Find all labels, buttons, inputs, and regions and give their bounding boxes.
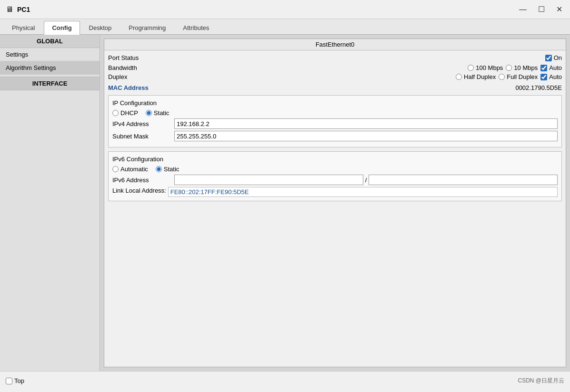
tab-programming[interactable]: Programming	[120, 21, 174, 34]
top-checkbox[interactable]	[6, 378, 12, 384]
bandwidth-auto-checkbox[interactable]	[540, 65, 547, 71]
bandwidth-label: Bandwidth	[108, 64, 165, 71]
duplex-auto-label[interactable]: Auto	[540, 73, 562, 80]
bandwidth-10mbps-radio[interactable]	[506, 65, 512, 71]
tab-physical[interactable]: Physical	[4, 21, 43, 34]
duplex-row: Duplex Half Duplex Full Duplex Auto	[108, 73, 562, 80]
bandwidth-100mbps-radio[interactable]	[468, 65, 474, 71]
maximize-button[interactable]: ☐	[536, 5, 547, 14]
ip-dhcp-radio[interactable]	[112, 110, 119, 116]
ipv6-config-section: IPv6 Configuration Automatic Static IPv6…	[108, 151, 562, 201]
title-bar: 🖥 PC1 — ☐ ✕	[0, 0, 570, 19]
subnet-mask-input[interactable]	[174, 131, 558, 141]
ipv6-address-label: IPv6 Address	[112, 176, 174, 184]
bandwidth-controls: 100 Mbps 10 Mbps Auto	[468, 64, 562, 71]
sidebar-interface-header: INTERFACE	[0, 77, 100, 90]
ipv6-config-title: IPv6 Configuration	[112, 156, 558, 163]
ip-dhcp-label[interactable]: DHCP	[112, 109, 138, 117]
ip-config-section: IP Configuration DHCP Static IPv4 Addres…	[108, 95, 562, 147]
duplex-full-radio[interactable]	[499, 74, 505, 80]
ip-config-title: IP Configuration	[112, 99, 558, 107]
ipv6-automatic-radio[interactable]	[112, 166, 119, 172]
minimize-button[interactable]: —	[517, 5, 529, 14]
ipv6-address-row: IPv6 Address /	[112, 175, 558, 185]
link-local-label: Link Local Address:	[112, 187, 168, 194]
top-label: Top	[14, 377, 24, 384]
ipv6-address-input-group: /	[174, 175, 558, 185]
app-icon: 🖥	[6, 5, 13, 14]
duplex-controls: Half Duplex Full Duplex Auto	[456, 73, 562, 80]
ipv4-address-input[interactable]	[174, 118, 558, 129]
sidebar-item-algorithm-settings[interactable]: Algorithm Settings	[0, 61, 100, 75]
interface-panel: FastEthernet0 Port Status On Bandwidth	[104, 39, 566, 367]
bottom-left: Top	[6, 377, 24, 384]
main-content: GLOBAL Settings Algorithm Settings INTER…	[0, 35, 570, 371]
port-status-row: Port Status On	[108, 54, 562, 61]
duplex-label: Duplex	[108, 73, 165, 80]
ip-static-label[interactable]: Static	[146, 109, 170, 117]
port-status-controls: On	[545, 54, 562, 61]
window-title: PC1	[17, 6, 30, 13]
link-local-row: Link Local Address: FE80::202:17FF:FE90:…	[112, 187, 558, 197]
ipv6-address-input[interactable]	[174, 175, 363, 185]
subnet-mask-label: Subnet Mask	[112, 133, 174, 140]
port-status-checkbox[interactable]	[545, 55, 552, 61]
tab-attributes[interactable]: Attributes	[175, 21, 217, 34]
ipv6-static-label[interactable]: Static	[156, 166, 180, 173]
bandwidth-row: Bandwidth 100 Mbps 10 Mbps Auto	[108, 64, 562, 71]
bandwidth-100mbps-label[interactable]: 100 Mbps	[468, 64, 503, 71]
panel-body: Port Status On Bandwidth 100 Mbp	[104, 50, 566, 367]
sidebar: GLOBAL Settings Algorithm Settings INTER…	[0, 35, 100, 371]
duplex-auto-checkbox[interactable]	[540, 74, 547, 80]
ipv6-automatic-label[interactable]: Automatic	[112, 166, 148, 173]
close-button[interactable]: ✕	[554, 5, 564, 14]
mac-address-label: MAC Address	[108, 84, 149, 91]
panel-title: FastEthernet0	[104, 39, 566, 50]
duplex-half-radio[interactable]	[456, 74, 462, 80]
duplex-half-label[interactable]: Half Duplex	[456, 73, 496, 80]
ip-config-radio-row: DHCP Static	[112, 109, 558, 117]
mac-address-row: MAC Address 0002.1790.5D5E	[108, 84, 562, 91]
bottom-bar: Top CSDN @日星月云	[0, 371, 570, 390]
ipv4-address-row: IPv4 Address	[112, 118, 558, 129]
subnet-mask-row: Subnet Mask	[112, 131, 558, 141]
sidebar-item-settings[interactable]: Settings	[0, 48, 100, 61]
ip-static-radio[interactable]	[146, 110, 152, 116]
tab-bar: Physical Config Desktop Programming Attr…	[0, 19, 570, 35]
duplex-full-label[interactable]: Full Duplex	[499, 73, 538, 80]
ipv6-slash: /	[363, 176, 369, 184]
watermark: CSDN @日星月云	[518, 377, 564, 385]
link-local-value: FE80::202:17FF:FE90:5D5E	[168, 187, 558, 197]
port-status-label: Port Status	[108, 54, 165, 61]
bandwidth-auto-label[interactable]: Auto	[540, 64, 562, 71]
ipv6-prefix-input[interactable]	[369, 175, 558, 185]
sidebar-global-header: GLOBAL	[0, 35, 100, 48]
window-controls: — ☐ ✕	[517, 5, 564, 14]
ipv6-static-radio[interactable]	[156, 166, 162, 172]
ipv6-config-radio-row: Automatic Static	[112, 166, 558, 173]
tab-desktop[interactable]: Desktop	[81, 21, 120, 34]
ipv4-address-label: IPv4 Address	[112, 120, 174, 127]
bandwidth-10mbps-label[interactable]: 10 Mbps	[506, 64, 538, 71]
port-status-on-label[interactable]: On	[545, 54, 562, 61]
content-panel: FastEthernet0 Port Status On Bandwidth	[100, 35, 570, 371]
tab-config[interactable]: Config	[44, 21, 80, 35]
mac-address-value: 0002.1790.5D5E	[515, 84, 562, 91]
top-checkbox-label[interactable]: Top	[6, 377, 24, 384]
